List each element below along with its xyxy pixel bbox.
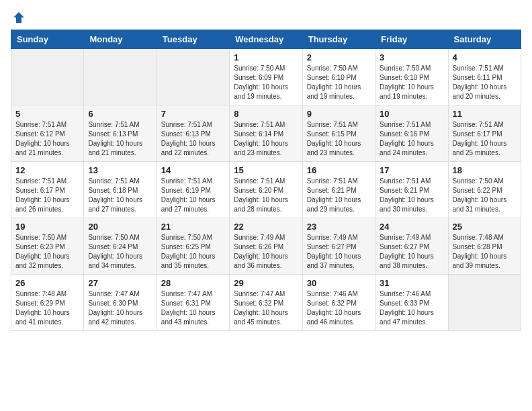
week-row: 5Sunrise: 7:51 AM Sunset: 6:12 PM Daylig… — [11, 105, 521, 162]
day-info: Sunrise: 7:48 AM Sunset: 6:29 PM Dayligh… — [15, 289, 79, 327]
weekday-header: Saturday — [448, 30, 521, 49]
week-row: 26Sunrise: 7:48 AM Sunset: 6:29 PM Dayli… — [11, 275, 521, 331]
day-info: Sunrise: 7:50 AM Sunset: 6:25 PM Dayligh… — [161, 233, 225, 271]
calendar-cell — [157, 49, 229, 105]
calendar-cell: 6Sunrise: 7:51 AM Sunset: 6:13 PM Daylig… — [84, 105, 157, 162]
calendar-table: SundayMondayTuesdayWednesdayThursdayFrid… — [11, 30, 521, 331]
day-info: Sunrise: 7:51 AM Sunset: 6:18 PM Dayligh… — [88, 177, 152, 214]
svg-marker-0 — [13, 12, 24, 23]
day-number: 2 — [307, 52, 371, 62]
day-number: 5 — [15, 109, 79, 119]
day-info: Sunrise: 7:49 AM Sunset: 6:27 PM Dayligh… — [380, 233, 443, 271]
day-number: 14 — [161, 165, 225, 175]
calendar-cell: 22Sunrise: 7:49 AM Sunset: 6:26 PM Dayli… — [230, 218, 302, 275]
day-info: Sunrise: 7:51 AM Sunset: 6:13 PM Dayligh… — [88, 120, 152, 158]
week-row: 1Sunrise: 7:50 AM Sunset: 6:09 PM Daylig… — [11, 49, 521, 105]
day-number: 3 — [380, 52, 443, 62]
day-number: 27 — [88, 278, 152, 288]
page-header — [11, 11, 521, 21]
calendar-cell: 27Sunrise: 7:47 AM Sunset: 6:30 PM Dayli… — [84, 275, 157, 331]
day-info: Sunrise: 7:51 AM Sunset: 6:17 PM Dayligh… — [15, 177, 79, 214]
day-number: 26 — [15, 278, 79, 288]
day-info: Sunrise: 7:50 AM Sunset: 6:10 PM Dayligh… — [380, 64, 443, 101]
day-info: Sunrise: 7:51 AM Sunset: 6:19 PM Dayligh… — [161, 177, 225, 214]
day-info: Sunrise: 7:51 AM Sunset: 6:15 PM Dayligh… — [307, 120, 371, 158]
day-number: 11 — [453, 109, 517, 119]
day-info: Sunrise: 7:51 AM Sunset: 6:14 PM Dayligh… — [234, 120, 298, 158]
calendar-cell — [11, 49, 84, 105]
day-number: 7 — [161, 109, 225, 119]
weekday-header: Monday — [84, 30, 157, 49]
calendar-cell: 4Sunrise: 7:51 AM Sunset: 6:11 PM Daylig… — [448, 49, 521, 105]
week-row: 12Sunrise: 7:51 AM Sunset: 6:17 PM Dayli… — [11, 162, 521, 218]
day-number: 10 — [380, 109, 443, 119]
day-number: 29 — [234, 278, 298, 288]
day-number: 20 — [88, 222, 152, 232]
day-info: Sunrise: 7:49 AM Sunset: 6:26 PM Dayligh… — [234, 233, 298, 271]
day-number: 15 — [234, 165, 298, 175]
calendar-cell: 31Sunrise: 7:46 AM Sunset: 6:33 PM Dayli… — [375, 275, 448, 331]
calendar-cell: 5Sunrise: 7:51 AM Sunset: 6:12 PM Daylig… — [11, 105, 84, 162]
calendar-cell: 29Sunrise: 7:47 AM Sunset: 6:32 PM Dayli… — [230, 275, 302, 331]
calendar-cell: 20Sunrise: 7:50 AM Sunset: 6:24 PM Dayli… — [84, 218, 157, 275]
day-info: Sunrise: 7:51 AM Sunset: 6:21 PM Dayligh… — [380, 177, 443, 214]
weekday-header: Tuesday — [157, 30, 229, 49]
weekday-header: Thursday — [302, 30, 375, 49]
day-number: 9 — [307, 109, 371, 119]
calendar-cell: 8Sunrise: 7:51 AM Sunset: 6:14 PM Daylig… — [230, 105, 302, 162]
day-number: 23 — [307, 222, 371, 232]
day-info: Sunrise: 7:51 AM Sunset: 6:21 PM Dayligh… — [307, 177, 371, 214]
day-info: Sunrise: 7:50 AM Sunset: 6:24 PM Dayligh… — [88, 233, 152, 271]
day-number: 30 — [307, 278, 371, 288]
day-number: 4 — [453, 52, 517, 62]
day-info: Sunrise: 7:51 AM Sunset: 6:11 PM Dayligh… — [453, 64, 517, 101]
day-info: Sunrise: 7:51 AM Sunset: 6:20 PM Dayligh… — [234, 177, 298, 214]
day-info: Sunrise: 7:46 AM Sunset: 6:32 PM Dayligh… — [307, 289, 371, 327]
day-number: 16 — [307, 165, 371, 175]
calendar-cell: 24Sunrise: 7:49 AM Sunset: 6:27 PM Dayli… — [375, 218, 448, 275]
day-info: Sunrise: 7:51 AM Sunset: 6:16 PM Dayligh… — [380, 120, 443, 158]
day-info: Sunrise: 7:47 AM Sunset: 6:32 PM Dayligh… — [234, 289, 298, 327]
day-info: Sunrise: 7:50 AM Sunset: 6:23 PM Dayligh… — [15, 233, 79, 271]
weekday-header: Sunday — [11, 30, 84, 49]
weekday-header: Friday — [375, 30, 448, 49]
calendar-cell: 9Sunrise: 7:51 AM Sunset: 6:15 PM Daylig… — [302, 105, 375, 162]
day-info: Sunrise: 7:47 AM Sunset: 6:30 PM Dayligh… — [88, 289, 152, 327]
day-number: 8 — [234, 109, 298, 119]
weekday-header-row: SundayMondayTuesdayWednesdayThursdayFrid… — [11, 30, 521, 49]
calendar-cell: 14Sunrise: 7:51 AM Sunset: 6:19 PM Dayli… — [157, 162, 229, 218]
day-number: 21 — [161, 222, 225, 232]
calendar-cell: 12Sunrise: 7:51 AM Sunset: 6:17 PM Dayli… — [11, 162, 84, 218]
day-number: 19 — [15, 222, 79, 232]
day-info: Sunrise: 7:51 AM Sunset: 6:17 PM Dayligh… — [453, 120, 517, 158]
day-number: 28 — [161, 278, 225, 288]
day-number: 31 — [380, 278, 443, 288]
calendar-cell: 18Sunrise: 7:50 AM Sunset: 6:22 PM Dayli… — [448, 162, 521, 218]
day-info: Sunrise: 7:50 AM Sunset: 6:10 PM Dayligh… — [307, 64, 371, 101]
calendar-cell: 16Sunrise: 7:51 AM Sunset: 6:21 PM Dayli… — [302, 162, 375, 218]
calendar-cell: 26Sunrise: 7:48 AM Sunset: 6:29 PM Dayli… — [11, 275, 84, 331]
calendar-cell: 2Sunrise: 7:50 AM Sunset: 6:10 PM Daylig… — [302, 49, 375, 105]
calendar-cell — [448, 275, 521, 331]
day-info: Sunrise: 7:50 AM Sunset: 6:09 PM Dayligh… — [234, 64, 298, 101]
day-info: Sunrise: 7:51 AM Sunset: 6:13 PM Dayligh… — [161, 120, 225, 158]
day-info: Sunrise: 7:51 AM Sunset: 6:12 PM Dayligh… — [15, 120, 79, 158]
calendar-cell: 15Sunrise: 7:51 AM Sunset: 6:20 PM Dayli… — [230, 162, 302, 218]
calendar-cell: 28Sunrise: 7:47 AM Sunset: 6:31 PM Dayli… — [157, 275, 229, 331]
day-info: Sunrise: 7:50 AM Sunset: 6:22 PM Dayligh… — [453, 177, 517, 214]
day-number: 18 — [453, 165, 517, 175]
day-info: Sunrise: 7:46 AM Sunset: 6:33 PM Dayligh… — [380, 289, 443, 327]
day-number: 25 — [453, 222, 517, 232]
day-info: Sunrise: 7:48 AM Sunset: 6:28 PM Dayligh… — [453, 233, 517, 271]
calendar-cell: 3Sunrise: 7:50 AM Sunset: 6:10 PM Daylig… — [375, 49, 448, 105]
day-number: 13 — [88, 165, 152, 175]
calendar-cell: 21Sunrise: 7:50 AM Sunset: 6:25 PM Dayli… — [157, 218, 229, 275]
week-row: 19Sunrise: 7:50 AM Sunset: 6:23 PM Dayli… — [11, 218, 521, 275]
day-number: 24 — [380, 222, 443, 232]
day-info: Sunrise: 7:47 AM Sunset: 6:31 PM Dayligh… — [161, 289, 225, 327]
calendar-cell: 7Sunrise: 7:51 AM Sunset: 6:13 PM Daylig… — [157, 105, 229, 162]
calendar-cell: 11Sunrise: 7:51 AM Sunset: 6:17 PM Dayli… — [448, 105, 521, 162]
day-info: Sunrise: 7:49 AM Sunset: 6:27 PM Dayligh… — [307, 233, 371, 271]
calendar-cell: 17Sunrise: 7:51 AM Sunset: 6:21 PM Dayli… — [375, 162, 448, 218]
calendar-cell: 30Sunrise: 7:46 AM Sunset: 6:32 PM Dayli… — [302, 275, 375, 331]
